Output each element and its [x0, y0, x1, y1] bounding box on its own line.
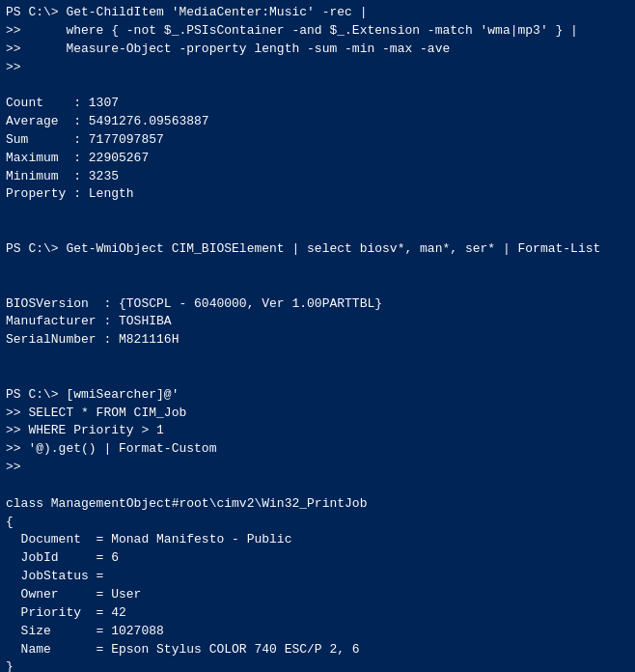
terminal-line: >> where { -not $_.PSIsContainer -and $_… [6, 22, 629, 41]
terminal-line [6, 368, 629, 386]
terminal-line: Count : 1307 [6, 95, 629, 113]
terminal-line: Sum : 7177097857 [6, 131, 629, 150]
terminal-line: Document = Monad Manifesto - Public [6, 531, 629, 549]
terminal-line [6, 277, 629, 295]
terminal-line: >> '@).get() | Format-Custom [6, 440, 629, 459]
terminal-line: class ManagementObject#root\cimv2\Win32_… [6, 495, 629, 514]
terminal-line: Average : 5491276.09563887 [6, 113, 629, 131]
terminal-line: } [6, 658, 629, 672]
terminal-line: >> Measure-Object -property length -sum … [6, 41, 629, 59]
terminal-line: PS C:\> Get-ChildItem 'MediaCenter:Music… [6, 4, 629, 22]
terminal-line: >> WHERE Priority > 1 [6, 422, 629, 440]
terminal-line: >> SELECT * FROM CIM_Job [6, 405, 629, 423]
terminal-line [6, 222, 629, 240]
terminal-line: JobId = 6 [6, 549, 629, 568]
terminal-line [6, 259, 629, 277]
terminal-line: Property : Length [6, 185, 629, 204]
terminal-line: PS C:\> [wmiSearcher]@' [6, 386, 629, 405]
terminal-line: BIOSVersion : {TOSCPL - 6040000, Ver 1.0… [6, 295, 629, 314]
terminal-line: Maximum : 22905267 [6, 150, 629, 168]
terminal-line: >> [6, 459, 629, 477]
terminal-line [6, 204, 629, 222]
terminal-line: >> [6, 59, 629, 77]
terminal-line: JobStatus = [6, 568, 629, 586]
terminal-line: SerialNumber : M821116H [6, 331, 629, 350]
terminal-line [6, 76, 629, 95]
terminal-line [6, 350, 629, 368]
terminal-line: { [6, 514, 629, 532]
terminal-window[interactable]: PS C:\> Get-ChildItem 'MediaCenter:Music… [0, 0, 635, 672]
terminal-line: Minimum : 3235 [6, 168, 629, 186]
terminal-line: Priority = 42 [6, 604, 629, 623]
terminal-line [6, 477, 629, 495]
terminal-line: Name = Epson Stylus COLOR 740 ESC/P 2, 6 [6, 641, 629, 659]
terminal-line: Owner = User [6, 586, 629, 604]
terminal-line: Size = 1027088 [6, 623, 629, 641]
terminal-line: Manufacturer : TOSHIBA [6, 313, 629, 331]
terminal-line: PS C:\> Get-WmiObject CIM_BIOSElement | … [6, 240, 629, 259]
